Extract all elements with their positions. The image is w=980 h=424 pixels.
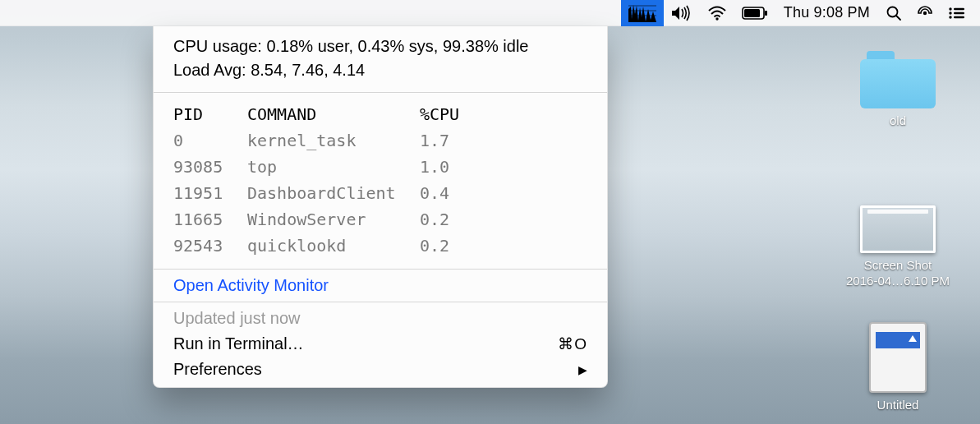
svg-rect-16 bbox=[954, 12, 964, 13]
process-command: kernel_task bbox=[247, 127, 420, 154]
svg-rect-14 bbox=[954, 7, 964, 9]
separator bbox=[154, 302, 607, 302]
process-row: 92543quicklookd0.2 bbox=[173, 233, 591, 259]
process-command: top bbox=[247, 154, 420, 180]
process-pid: 0 bbox=[173, 127, 247, 154]
process-row: 0kernel_task1.7 bbox=[173, 127, 591, 154]
svg-marker-1 bbox=[628, 5, 656, 22]
screenshot-thumbnail-icon bbox=[860, 205, 936, 253]
process-table-header: PID COMMAND %CPU bbox=[173, 101, 591, 127]
load-avg-line: Load Avg: 8.54, 7.46, 4.14 bbox=[173, 58, 591, 82]
spotlight-icon[interactable] bbox=[878, 0, 909, 26]
process-pid: 93085 bbox=[173, 154, 247, 180]
volume-icon[interactable] bbox=[664, 0, 700, 26]
folder-icon bbox=[860, 51, 936, 108]
svg-point-13 bbox=[949, 7, 951, 10]
svg-rect-8 bbox=[765, 11, 767, 16]
menubar: Thu 9:08 PM bbox=[0, 0, 980, 26]
process-row: 11951DashboardClient0.4 bbox=[173, 180, 591, 206]
process-row: 11665WindowServer0.2 bbox=[173, 206, 591, 233]
run-in-terminal-shortcut: ⌘O bbox=[558, 334, 587, 353]
separator bbox=[154, 269, 607, 270]
svg-line-11 bbox=[896, 16, 900, 20]
col-header-pid: PID bbox=[173, 101, 247, 127]
process-cpu: 1.0 bbox=[420, 154, 591, 180]
menubar-clock[interactable]: Thu 9:08 PM bbox=[775, 0, 878, 26]
folder-label: old bbox=[836, 113, 959, 129]
notification-center-icon[interactable] bbox=[941, 0, 972, 26]
run-in-terminal-label: Run in Terminal… bbox=[173, 334, 304, 353]
desktop-screenshot-file[interactable]: Screen Shot 2016-04…6.10 PM bbox=[836, 205, 959, 289]
battery-icon[interactable] bbox=[734, 0, 775, 26]
process-cpu: 0.2 bbox=[420, 233, 591, 259]
screenshot-label: Screen Shot 2016-04…6.10 PM bbox=[836, 258, 959, 289]
open-activity-monitor[interactable]: Open Activity Monitor bbox=[154, 273, 607, 298]
col-header-cpu: %CPU bbox=[420, 101, 591, 127]
preferences[interactable]: Preferences ▶ bbox=[154, 357, 607, 382]
svg-point-6 bbox=[715, 17, 718, 20]
sd-card-icon bbox=[869, 322, 927, 393]
process-pid: 11951 bbox=[173, 180, 247, 206]
process-command: WindowServer bbox=[247, 206, 420, 233]
process-cpu: 0.2 bbox=[420, 206, 591, 233]
col-header-command: COMMAND bbox=[247, 101, 420, 127]
process-command: DashboardClient bbox=[247, 180, 420, 206]
svg-point-12 bbox=[923, 11, 927, 14]
updated-status: Updated just now bbox=[154, 306, 607, 331]
process-cpu: 0.4 bbox=[420, 180, 591, 206]
process-pid: 92543 bbox=[173, 233, 247, 259]
cpu-monitor-dropdown: CPU usage: 0.18% user, 0.43% sys, 99.38%… bbox=[153, 26, 608, 388]
menubar-cpu-history-icon[interactable] bbox=[621, 0, 664, 26]
svg-point-15 bbox=[949, 12, 951, 14]
separator bbox=[154, 92, 607, 93]
process-row: 93085top1.0 bbox=[173, 154, 591, 180]
process-command: quicklookd bbox=[247, 233, 420, 259]
open-activity-monitor-label: Open Activity Monitor bbox=[173, 276, 329, 295]
run-in-terminal[interactable]: Run in Terminal… ⌘O bbox=[154, 331, 607, 357]
svg-rect-9 bbox=[744, 9, 760, 17]
submenu-chevron-icon: ▶ bbox=[578, 363, 587, 376]
disk-label: Untitled bbox=[836, 398, 959, 413]
process-pid: 11665 bbox=[173, 206, 247, 233]
desktop-folder-old[interactable]: old bbox=[836, 51, 959, 129]
desktop-disk-untitled[interactable]: Untitled bbox=[836, 322, 959, 413]
summary-section: CPU usage: 0.18% user, 0.43% sys, 99.38%… bbox=[154, 26, 607, 89]
svg-marker-5 bbox=[672, 7, 679, 20]
updated-status-label: Updated just now bbox=[173, 309, 301, 328]
process-cpu: 1.7 bbox=[420, 127, 591, 154]
preferences-label: Preferences bbox=[173, 360, 262, 379]
process-table: PID COMMAND %CPU 0kernel_task1.793085top… bbox=[154, 96, 607, 265]
svg-rect-18 bbox=[954, 16, 964, 17]
cpu-usage-line: CPU usage: 0.18% user, 0.43% sys, 99.38%… bbox=[173, 35, 591, 58]
menubar-app-icon[interactable] bbox=[909, 0, 941, 26]
svg-point-17 bbox=[949, 16, 951, 18]
wifi-icon[interactable] bbox=[700, 0, 734, 26]
